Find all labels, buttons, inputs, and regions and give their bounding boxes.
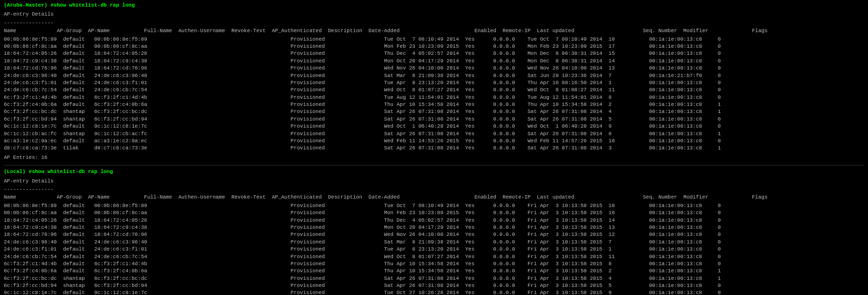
section-header-1: AP-entry Details bbox=[4, 11, 864, 18]
table-row: 00:0b:86:cf:8c:aa default 00:0b:86:cf:8c… bbox=[4, 43, 864, 50]
table-row: 9c:1c:12:cb:ac:fc shantap 9c:1c:12:cb:ac… bbox=[4, 130, 864, 138]
data-rows-1: 00:0b:86:8e:f5:89 default 00:0b:86:8e:f5… bbox=[4, 36, 864, 152]
table-row: ac:a3:1e:c2:9a:ec default ac:a3:1e:c2:9a… bbox=[4, 138, 864, 145]
terminal-block-2: (Local) #show whitelist-db rap long AP-e… bbox=[4, 168, 864, 295]
table-row: 9c:1c:12:c8:1e:7c default 9c:1c:12:c8:1e… bbox=[4, 123, 864, 130]
table-row: 6c:f3:2f:cc:bd:94 shantap 6c:f3:2f:cc:bd… bbox=[4, 116, 864, 123]
table-row: 24:de:c6:cb:7c:54 default 24:de:c6:cb:7c… bbox=[4, 253, 864, 260]
table-row: 6c:f3:2f:c4:0b:6a default 6c:f3:2f:c4:0b… bbox=[4, 101, 864, 108]
table-row: 18:64:72:cd:76:96 default 18:64:72:cd:76… bbox=[4, 231, 864, 238]
section-header-2: AP-entry Details bbox=[4, 178, 864, 185]
col-headers-2: Name AP-Group AP-Name Full-Name Authen-U… bbox=[4, 194, 864, 201]
table-row: 24:de:c6:c3:96:40 default 24:de:c6:c3:96… bbox=[4, 239, 864, 246]
ap-count-1: AP Entries: 16 bbox=[4, 154, 864, 161]
table-row: 18:64:72:c9:c4:38 default 18:64:72:c9:c4… bbox=[4, 224, 864, 231]
data-rows-2: 00:0b:86:8e:f5:89 default 00:0b:86:8e:f5… bbox=[4, 202, 864, 295]
table-row: 6c:f3:2f:c1:4d:4b default 6c:f3:2f:c1:4d… bbox=[4, 260, 864, 268]
table-row: 24:de:c6:c3:96:40 default 24:de:c6:c3:96… bbox=[4, 72, 864, 79]
table-row: 24:de:c6:cb:7c:54 default 24:de:c6:cb:7c… bbox=[4, 87, 864, 94]
table-row: 18:64:72:c4:05:26 default 18:64:72:c4:05… bbox=[4, 217, 864, 224]
table-row: 18:64:72:c4:05:26 default 18:64:72:c4:05… bbox=[4, 50, 864, 57]
divider-2: ---------------- bbox=[4, 186, 864, 193]
table-row: 6c:f3:2f:c1:4d:4b default 6c:f3:2f:c1:4d… bbox=[4, 94, 864, 101]
command-2: (Local) #show whitelist-db rap long bbox=[4, 168, 864, 175]
command-1: (Aruba-Master) #show whitelist-db rap lo… bbox=[4, 2, 864, 9]
table-row: 18:64:72:c9:c4:38 default 18:64:72:c9:c4… bbox=[4, 58, 864, 65]
table-row: d8:c7:c8:ca:73:3e tilak d8:c7:c8:ca:73:3… bbox=[4, 145, 864, 152]
col-headers-1: Name AP-Group AP-Name Full-Name Authen-U… bbox=[4, 27, 864, 35]
table-row: 9c:1c:12:c8:1e:7c default 9c:1c:12:c8:1e… bbox=[4, 289, 864, 295]
table-row: 00:0b:86:8e:f5:89 default 00:0b:86:8e:f5… bbox=[4, 202, 864, 209]
table-row: 6c:f3:2f:c4:0b:6a default 6c:f3:2f:c4:0b… bbox=[4, 268, 864, 275]
table-row: 00:0b:86:cf:8c:aa default 00:0b:86:cf:8c… bbox=[4, 209, 864, 217]
table-row: 6c:f3:2f:cc:bc:dc shantap 6c:f3:2f:cc:bc… bbox=[4, 108, 864, 115]
table-row: 6c:f3:2f:cc:bd:94 shantap 6c:f3:2f:cc:bd… bbox=[4, 282, 864, 289]
block-separator bbox=[4, 165, 864, 165]
table-row: 24:de:c6:c3:f1:01 default 24:de:c6:c3:f1… bbox=[4, 79, 864, 87]
table-row: 24:de:c6:c3:f1:01 default 24:de:c6:c3:f1… bbox=[4, 246, 864, 253]
table-row: 6c:f3:2f:cc:bc:dc shantap 6c:f3:2f:cc:bc… bbox=[4, 275, 864, 282]
table-row: 18:64:72:cd:76:96 default 18:64:72:cd:76… bbox=[4, 65, 864, 72]
terminal-block-1: (Aruba-Master) #show whitelist-db rap lo… bbox=[4, 2, 864, 161]
table-row: 00:0b:86:8e:f5:89 default 00:0b:86:8e:f5… bbox=[4, 36, 864, 43]
divider-1: ---------------- bbox=[4, 19, 864, 26]
